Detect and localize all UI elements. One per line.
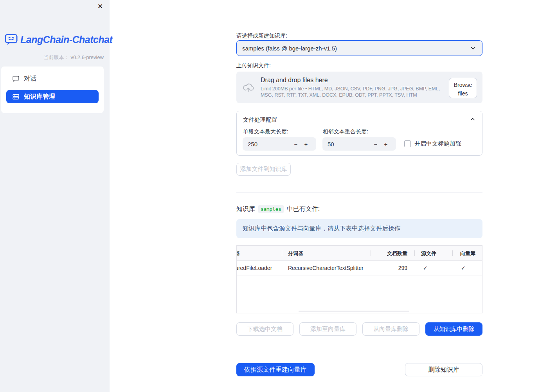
cell-doc-count: 299 [398,265,407,271]
overlap-value: 50 [328,141,371,147]
uploader-label: 上传知识文件: [236,62,271,69]
logo-text: LangChain-Chatchat [20,34,112,45]
cell-splitter: RecursiveCharacterTextSplitter [288,265,364,271]
sidebar-item-chat-label: 对话 [24,75,36,83]
column-separator [282,250,282,256]
chunk-size-increment-button[interactable]: + [301,141,311,147]
browse-files-button[interactable]: Browse files [449,78,477,98]
uploader-title: Drag and drop files here [261,77,448,84]
add-to-vector-store-button[interactable]: 添加至向量库 [299,322,356,336]
add-files-to-kb-button[interactable]: 添加文件到知识库 [236,163,291,176]
overlap-decrement-button[interactable]: − [371,141,381,147]
kb-line-prefix: 知识库 [236,205,255,213]
delete-kb-button[interactable]: 删除知识库 [405,363,482,376]
sidebar: ✕ LangChain-Chatchat 当前版本： v0.2.6-previe… [0,0,110,392]
delete-from-kb-button[interactable]: 从知识库中删除 [425,322,482,336]
chunk-size-input[interactable]: 250 − + [243,137,316,151]
column-separator [371,250,371,256]
chevron-up-icon[interactable] [470,116,476,122]
sidebar-menu: 对话 知识库管理 [1,67,104,113]
info-banner: 知识库中包含源文件与向量库，请从下表中选择文件后操作 [236,219,482,238]
column-header-vector-store[interactable]: 向量库 [460,250,475,257]
chevron-down-icon [470,45,477,52]
app-logo: LangChain-Chatchat [5,34,112,46]
knowledge-base-icon [13,94,19,100]
chunk-size-label: 单段文本最大长度: [243,128,288,135]
horizontal-scrollbar[interactable] [299,311,409,312]
column-separator [452,250,453,256]
kb-existing-files-line: 知识库 samples 中已有文件: [236,205,320,213]
kb-select[interactable]: samples (faiss @ bge-large-zh-v1.5) [236,40,482,56]
uploader-hint: Limit 200MB per file • HTML, MD, JSON, C… [261,86,448,99]
column-separator [414,250,415,256]
download-selected-button[interactable]: 下载选中文档 [236,322,293,336]
sidebar-item-knowledge-base[interactable]: 知识库管理 [6,90,99,103]
cell-loader: UnstructuredFileLoader [236,265,272,271]
kb-select-value: samples (faiss @ bge-large-zh-v1.5) [242,45,470,52]
kb-line-suffix: 中已有文件: [287,205,320,213]
logo-chat-face-icon [5,34,18,46]
chunk-size-value: 250 [248,141,291,147]
version-label: 当前版本： [44,54,69,60]
kb-select-label: 请选择或新建知识库: [236,32,287,40]
column-header-doc-count[interactable]: 文档数量 [387,250,407,257]
column-header-loader[interactable]: 文档加载器 [236,250,240,257]
divider [236,192,482,192]
divider [236,351,482,351]
info-banner-text: 知识库中包含源文件与向量库，请从下表中选择文件后操作 [243,225,400,233]
cloud-upload-icon [243,83,254,93]
cell-vector-store-check: ✓ [461,265,466,271]
rebuild-vector-store-button[interactable]: 依据源文件重建向量库 [236,363,315,376]
version-value: v0.2.6-preview [70,54,104,60]
kb-files-table[interactable]: 文档加载器 分词器 文档数量 源文件 向量库 UnstructuredFileL… [236,245,482,313]
file-uploader-dropzone[interactable]: Drag and drop files here Limit 200MB per… [236,72,482,103]
cell-source-file-check: ✓ [423,265,428,271]
zh-title-enhance-row: 开启中文标题加强 [404,140,461,147]
overlap-increment-button[interactable]: + [381,141,391,147]
chunk-size-decrement-button[interactable]: − [291,141,301,147]
uploader-text: Drag and drop files here Limit 200MB per… [261,77,448,99]
kb-name-code: samples [258,205,284,213]
column-header-splitter[interactable]: 分词器 [288,250,303,257]
overlap-input[interactable]: 50 − + [322,137,396,151]
column-header-source-file[interactable]: 源文件 [421,250,436,257]
sidebar-item-chat[interactable]: 对话 [6,72,99,85]
sidebar-item-knowledge-base-label: 知识库管理 [24,93,55,101]
delete-from-vector-store-button[interactable]: 从向量库删除 [362,322,419,336]
chat-icon [13,76,19,82]
zh-title-enhance-label: 开启中文标题加强 [414,140,461,147]
file-config-expander: 文件处理配置 单段文本最大长度: 250 − + 相邻文本重合长度: 50 − … [236,111,482,156]
table-header-row: 文档加载器 分词器 文档数量 源文件 向量库 [237,246,482,261]
version-info: 当前版本： v0.2.6-preview [44,54,104,61]
table-row[interactable]: UnstructuredFileLoader RecursiveCharacte… [237,261,482,275]
sidebar-close-icon[interactable]: ✕ [96,2,104,11]
zh-title-enhance-checkbox[interactable] [404,140,411,147]
overlap-label: 相邻文本重合长度: [323,128,368,135]
file-config-expander-title[interactable]: 文件处理配置 [243,116,277,124]
